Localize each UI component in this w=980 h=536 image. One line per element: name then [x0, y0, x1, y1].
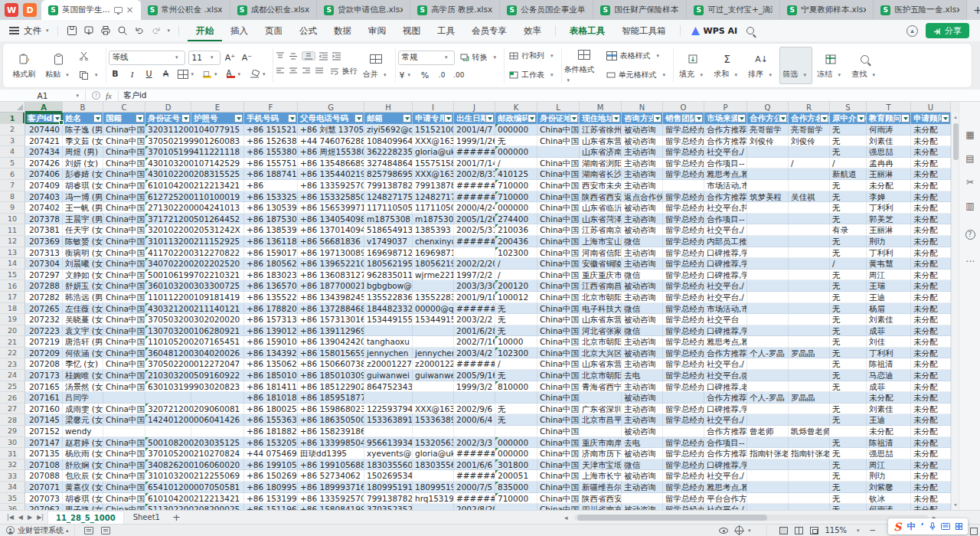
- row-header-8[interactable]: 8: [0, 191, 25, 203]
- eraser-icon[interactable]: ▾: [248, 67, 270, 81]
- cell-T13[interactable]: 丁利利: [867, 247, 911, 259]
- cell-O22[interactable]: 留学总经办: [663, 348, 704, 359]
- cell-A24[interactable]: 207173: [25, 370, 63, 381]
- cell-L9[interactable]: China中国: [537, 202, 580, 214]
- cell-J23[interactable]: ########: [454, 358, 495, 370]
- freeze-button[interactable]: 冻结 ▾: [814, 47, 847, 84]
- cell-P20[interactable]: 口碑推荐,学: [704, 325, 747, 337]
- cell-K4[interactable]: 000000: [495, 146, 537, 158]
- cell-M7[interactable]: 西安市未央: [580, 180, 622, 191]
- filter-dropdown-icon[interactable]: [444, 114, 452, 123]
- cell-F12[interactable]: +86 13611860: [244, 236, 298, 247]
- cell-B32[interactable]: 舒欣娴 (女): [63, 459, 103, 471]
- cell-A20[interactable]: 207223: [25, 325, 63, 337]
- wps-ai-button[interactable]: WPS AI: [691, 26, 738, 36]
- cell-Q3[interactable]: 刘俊伶: [747, 136, 789, 147]
- cell-P22[interactable]: 合作方推荐: [704, 348, 747, 359]
- cell-P1[interactable]: 市场来源: [704, 113, 747, 124]
- cell-N36[interactable]: 被动咨询: [622, 504, 663, 510]
- cell-S15[interactable]: 无: [830, 270, 867, 281]
- filter-button[interactable]: 筛选 ▾: [779, 47, 812, 84]
- cell-G11[interactable]: +86 1370140948: [298, 224, 364, 236]
- cell-B18[interactable]: 左佳薇 (女): [63, 303, 103, 315]
- row-header-31[interactable]: 31: [0, 448, 25, 459]
- cell-C36[interactable]: China中国: [103, 504, 145, 510]
- cell-S11[interactable]: 有录: [830, 224, 867, 236]
- cell-H14[interactable]: 180562195: [364, 258, 413, 270]
- cell-G16[interactable]: +86 1877000215: [298, 280, 364, 292]
- cell-P21[interactable]: 雅思考点,雅: [704, 336, 747, 348]
- cell-P17[interactable]: 社交平台,/: [704, 292, 747, 303]
- currency-button[interactable]: ¥▾: [398, 68, 416, 82]
- cell-D6[interactable]: 430102200208315525: [145, 168, 191, 180]
- cell-B35[interactable]: 胡睿琪 (女): [63, 493, 103, 505]
- cell-J21[interactable]: 2002/7/16: [454, 336, 495, 348]
- cell-S1[interactable]: 原中介机构: [830, 113, 867, 124]
- menu-item-6[interactable]: 视图: [394, 20, 429, 41]
- cell-N16[interactable]: 被动咨询: [622, 280, 663, 292]
- cell-U29[interactable]: 未分配: [911, 426, 951, 437]
- cell-J3[interactable]: 1999/1/26: [454, 136, 495, 147]
- cell-C11[interactable]: China中国: [103, 224, 145, 236]
- page-layout-view-icon[interactable]: [795, 527, 803, 534]
- filter-dropdown-icon[interactable]: [779, 114, 787, 123]
- cell-R18[interactable]: [789, 303, 830, 315]
- cell-A32[interactable]: 207108: [25, 459, 63, 471]
- cell-N9[interactable]: 被动咨询: [622, 202, 663, 214]
- cell-N26[interactable]: 被动咨询: [622, 392, 663, 404]
- cell-I16[interactable]: [413, 280, 454, 292]
- ime-punctuation-icon[interactable]: ’: [920, 521, 923, 531]
- cell-H2[interactable]: ziyi5692@q: [364, 124, 413, 136]
- row-header-1[interactable]: 1: [0, 113, 25, 124]
- sheet-tab[interactable]: Sheet1: [126, 513, 168, 521]
- worksheet-button[interactable]: 工作表▾: [507, 67, 559, 83]
- cell-N13[interactable]: 主动咨询: [622, 247, 663, 259]
- cell-B6[interactable]: 彭睿婧 (女): [63, 168, 103, 180]
- filter-dropdown-icon[interactable]: [93, 114, 102, 123]
- row-header-29[interactable]: 29: [0, 426, 25, 437]
- cell-Q25[interactable]: [747, 381, 789, 393]
- cell-B9[interactable]: 王一帆 (男): [63, 202, 103, 214]
- cell-M5[interactable]: 湖南省浏阳: [580, 158, 622, 169]
- cell-A28[interactable]: 207145: [25, 414, 63, 426]
- cell-G2[interactable]: +86 刘慧 137052: [298, 124, 364, 136]
- cell-F11[interactable]: +86 13853983: [244, 224, 298, 236]
- filter-dropdown-icon[interactable]: [181, 114, 190, 123]
- cell-R2[interactable]: 亮哥留学: [789, 124, 830, 136]
- cell-F36[interactable]: +86 15119678: [244, 504, 298, 510]
- cell-I11[interactable]: 1385393: [413, 224, 454, 236]
- cell-K34[interactable]: 835000: [495, 482, 537, 493]
- document-tab[interactable]: S高学历 教授.xlsx: [410, 0, 500, 20]
- cell-K32[interactable]: 301800: [495, 459, 537, 471]
- cell-A16[interactable]: 207288: [25, 280, 63, 292]
- cell-D17[interactable]: 110112200109181419: [145, 292, 191, 303]
- column-header-C[interactable]: C: [103, 102, 145, 113]
- cell-F4[interactable]: +86 15538019: [244, 146, 298, 158]
- microphone-icon[interactable]: [929, 522, 936, 531]
- cell-F31[interactable]: +44 07546918: [244, 448, 298, 459]
- cell-O31[interactable]: 留学总经办: [663, 448, 704, 459]
- cell-J15[interactable]: 1997/2/2: [454, 270, 495, 281]
- cell-O10[interactable]: 留学总经办: [663, 214, 704, 225]
- cell-N31[interactable]: 被动咨询: [622, 448, 663, 459]
- cell-J2[interactable]: 2001/4/7: [454, 124, 495, 136]
- cell-H30[interactable]: 956613934: [364, 437, 413, 449]
- split-view-icon[interactable]: [101, 527, 110, 534]
- cell-P14[interactable]: 口碑推荐,学: [704, 258, 747, 270]
- cell-C35[interactable]: China中国: [103, 493, 145, 505]
- cell-O14[interactable]: 留学总经办: [663, 258, 704, 270]
- ai-assist-icon[interactable]: ?: [92, 91, 100, 100]
- tab-table-tools[interactable]: 表格工具: [561, 20, 613, 41]
- cell-M23[interactable]: 山东省东营: [580, 358, 622, 370]
- cell-H29[interactable]: [364, 426, 413, 437]
- cell-S18[interactable]: 无: [830, 303, 867, 315]
- cell-N21[interactable]: 主动咨询: [622, 336, 663, 348]
- menu-item-0[interactable]: 开始: [188, 20, 222, 41]
- cell-T20[interactable]: 成菲: [867, 325, 911, 337]
- cell-A33[interactable]: 207088: [25, 470, 63, 482]
- cell-M28[interactable]: 北京市昌平: [580, 414, 622, 426]
- cell-P12[interactable]: 内部员工推: [704, 236, 747, 247]
- cell-R36[interactable]: [789, 504, 830, 510]
- screenshot-icon[interactable]: ✂: [959, 174, 980, 191]
- cell-R33[interactable]: [789, 470, 830, 482]
